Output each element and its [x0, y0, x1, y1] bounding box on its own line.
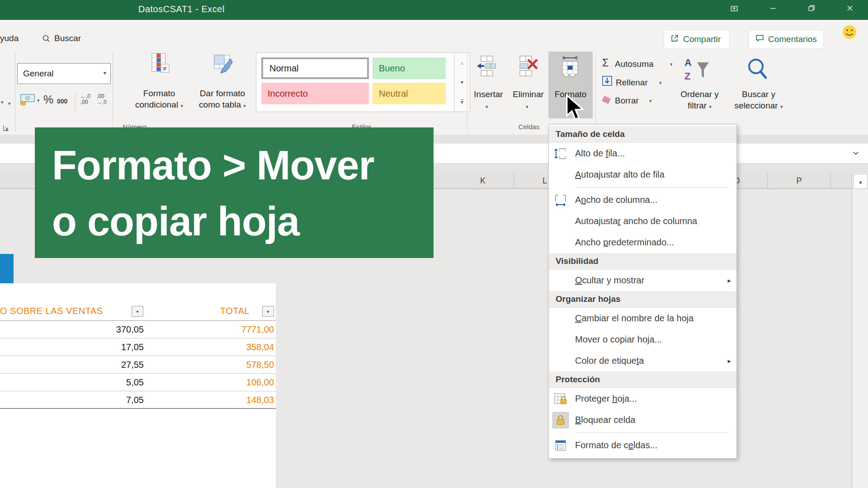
chevron-down-icon[interactable]: ▾: [37, 98, 40, 103]
submenu-arrow-icon: ▸: [727, 357, 731, 365]
cell-styles-gallery: NormalBuenoIncorrectoNeutral ▴ ▾ ▾: [256, 52, 470, 112]
share-icon: [670, 34, 679, 45]
svg-text:≠: ≠: [163, 65, 166, 72]
menu-item-autoajustar-alto-de-fila[interactable]: Autoajustar alto de fila: [549, 164, 736, 185]
cell-value: 370,05: [116, 324, 144, 335]
menu-section-organizar-hojas: Organizar hojas: [549, 291, 736, 308]
sort-filter-button[interactable]: Ordenar y filtrar ▾: [674, 89, 726, 113]
restore-icon[interactable]: [803, 1, 820, 15]
protect-sheet-icon: [552, 392, 569, 406]
delete-cells-icon: [516, 55, 539, 79]
menu-item-bloquear-celda[interactable]: Bloquear celda: [549, 409, 736, 431]
table-row[interactable]: 17,05358,04: [0, 338, 276, 356]
menu-section-tamano-de-celda: Tamaño de celda: [549, 126, 736, 143]
search-icon: [42, 34, 51, 45]
menu-item-alto-de-fila[interactable]: Alto de fila...: [549, 143, 736, 164]
dialog-launcher-icon[interactable]: [3, 125, 9, 133]
formula-bar-expand-icon[interactable]: [852, 149, 860, 157]
share-button[interactable]: Compartir: [664, 30, 730, 49]
filter-button[interactable]: ▾: [262, 306, 274, 317]
menu-item-ancho-de-columna[interactable]: Ancho de columna...: [549, 189, 736, 211]
search-input[interactable]: Buscar: [54, 33, 81, 43]
column-header-P[interactable]: P: [768, 173, 831, 188]
decrease-decimal-button[interactable]: ,00→,0: [97, 94, 107, 105]
number-format-select[interactable]: General ▾: [17, 63, 111, 84]
comma-style-button[interactable]: 000: [57, 98, 67, 105]
menu-item-formato-de-celdas[interactable]: Formato de celdas...: [549, 435, 736, 456]
minimize-icon[interactable]: [765, 1, 781, 15]
cell-style-incorrecto[interactable]: Incorrecto: [261, 83, 369, 104]
menu-item-mover-o-copiar-hoja[interactable]: Mover o copiar hoja...: [549, 329, 736, 350]
clear-button[interactable]: Borrar: [615, 96, 639, 106]
close-icon[interactable]: [842, 1, 858, 15]
menu-item-color-de-etiqueta[interactable]: Color de etiqueta▸: [549, 350, 736, 371]
menu-item-autoajustar-ancho-de-columna[interactable]: Autoajustar ancho de columna: [549, 211, 736, 232]
format-cells-icon: [552, 439, 569, 452]
banner-line2: o copiar hoja: [52, 193, 434, 249]
window-title: DatosCSAT1 - Excel: [138, 4, 225, 14]
filter-button[interactable]: ▾: [132, 306, 143, 317]
titlebar: DatosCSAT1 - Excel: [0, 0, 868, 20]
column-header-K[interactable]: K: [452, 173, 514, 188]
chevron-down-icon[interactable]: ▾: [8, 101, 11, 107]
find-select-button[interactable]: Buscar y seleccionar ▾: [727, 89, 790, 113]
cell-total: 578,50: [246, 360, 274, 370]
menu-item-cambiar-el-nombre-de-la-hoja[interactable]: Cambiar el nombre de la hoja: [549, 308, 736, 329]
smiley-icon[interactable]: [842, 24, 857, 42]
menu-item-label: Bloquear celda: [575, 415, 635, 425]
chevron-down-icon[interactable]: ▾: [670, 61, 673, 67]
menu-separator: [549, 431, 736, 435]
cell-value: 5,05: [126, 377, 144, 388]
submenu-arrow-icon: ▸: [727, 277, 731, 285]
conditional-formatting-button[interactable]: Formato condicional ▾: [127, 88, 191, 112]
vertical-scrollbar[interactable]: ▲: [852, 173, 868, 488]
svg-text:Z: Z: [684, 70, 690, 82]
table-row[interactable]: 7,05148,03: [0, 391, 276, 409]
cell-total: 106,00: [246, 377, 274, 388]
tab-ayuda[interactable]: yuda: [0, 33, 19, 43]
fill-button[interactable]: Rellenar: [616, 78, 648, 88]
menu-item-label: Ancho de columna...: [575, 195, 657, 205]
cell-total: 148,03: [246, 395, 274, 405]
find-select-icon: [745, 57, 769, 82]
chevron-down-icon[interactable]: ▾: [659, 80, 662, 86]
filter-arrow-icon: ▾: [267, 309, 269, 314]
menu-item-label: Color de etiqueta: [575, 356, 644, 366]
menu-item-label: Cambiar el nombre de la hoja: [575, 313, 693, 324]
chevron-down-icon[interactable]: ▾: [486, 104, 488, 110]
comments-button[interactable]: Comentarios: [749, 30, 824, 49]
autosum-icon: Σ: [602, 57, 609, 69]
delete-button[interactable]: Eliminar: [505, 89, 552, 100]
format-as-table-button[interactable]: Dar formato como tabla ▾: [191, 88, 254, 112]
menu-item-proteger-hoja[interactable]: Proteger hoja...: [549, 388, 736, 409]
table-row[interactable]: 27,55578,50: [0, 356, 276, 374]
menu-item-label: Proteger hoja...: [575, 394, 637, 404]
cell-style-normal[interactable]: Normal: [261, 57, 369, 79]
ribbon-display-options-icon[interactable]: [726, 1, 742, 15]
menu-item-label: Ocultar y mostrar: [575, 275, 644, 286]
sort-filter-icon: A Z: [684, 56, 711, 86]
currency-format-icon[interactable]: [19, 93, 35, 108]
menu-item-label: Autoajustar ancho de columna: [575, 216, 697, 226]
cell-value: 27,55: [121, 360, 144, 370]
menu-item-label: Ancho predeterminado...: [575, 237, 674, 248]
chart-bar-fragment: [0, 254, 14, 283]
cell-style-neutral[interactable]: Neutral: [373, 83, 446, 104]
table-row[interactable]: 5,05106,00: [0, 374, 276, 391]
menu-item-ancho-predeterminado[interactable]: Ancho predeterminado...: [549, 232, 736, 253]
col-width-icon: [552, 193, 569, 207]
scroll-up-icon[interactable]: ▲: [854, 174, 868, 189]
table-row[interactable]: 370,057771,00: [0, 321, 276, 338]
chevron-down-icon[interactable]: ▾: [1, 99, 4, 105]
cell-style-bueno[interactable]: Bueno: [373, 57, 446, 79]
table-header-row: O SOBRE LAS VENTAS ▾ TOTAL ▾: [0, 302, 276, 321]
increase-decimal-button[interactable]: ←,0,00: [80, 94, 90, 105]
percent-style-button[interactable]: %: [43, 93, 53, 106]
chevron-down-icon[interactable]: ▾: [649, 98, 652, 104]
menu-item-ocultar-y-mostrar[interactable]: Ocultar y mostrar▸: [549, 270, 736, 291]
chevron-down-icon: ▾: [103, 70, 106, 76]
chevron-down-icon[interactable]: ▾: [526, 104, 528, 110]
svg-text:A: A: [684, 57, 692, 68]
autosum-button[interactable]: Autosuma: [615, 59, 654, 69]
format-cells-ribbon-icon: [559, 55, 581, 80]
